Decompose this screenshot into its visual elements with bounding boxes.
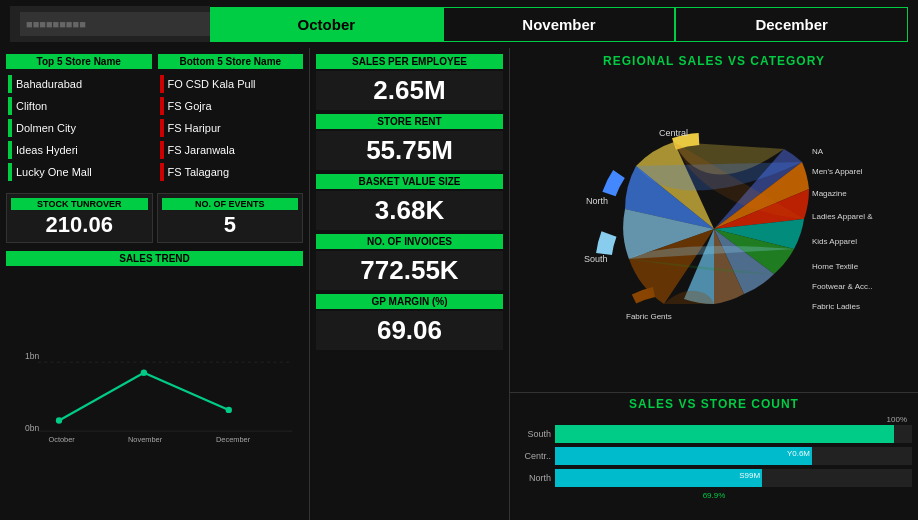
- dot-icon: [8, 75, 12, 93]
- bar-fill: S99M: [555, 469, 762, 487]
- list-item: FO CSD Kala Pull: [158, 73, 304, 95]
- store-name: FS Gojra: [168, 100, 212, 112]
- bar-chart: 100% South Centr.. Y0.6M Nor: [516, 415, 912, 500]
- bar-track: S99M: [555, 469, 912, 487]
- metric-label: SALES PER EMPLOYEE: [316, 54, 503, 69]
- stock-turnover-label: STOCK TUNROVER: [11, 198, 148, 210]
- svg-point-5: [141, 370, 147, 376]
- list-item: FS Jaranwala: [158, 139, 304, 161]
- metric-value: 55.75M: [316, 131, 503, 170]
- header: ■■■■■■■■■ October November December: [0, 0, 918, 48]
- right-panel: REGIONAL SALES VS CATEGORY: [510, 48, 918, 520]
- metric-label: GP MARGIN (%): [316, 294, 503, 309]
- store-name: Dolmen City: [16, 122, 76, 134]
- store-name: FS Talagang: [168, 166, 230, 178]
- chord-chart: Central North South Fabric Gents NA Men'…: [516, 72, 912, 386]
- dot-icon: [160, 141, 164, 159]
- metric-label: BASKET VALUE SIZE: [316, 174, 503, 189]
- svg-text:1bn: 1bn: [25, 351, 39, 361]
- svg-text:0bn: 0bn: [25, 423, 39, 433]
- logo-text: ■■■■■■■■■: [20, 12, 210, 36]
- dot-icon: [8, 97, 12, 115]
- svg-text:South: South: [584, 254, 608, 264]
- metric-gp-margin: GP MARGIN (%) 69.06: [316, 294, 503, 350]
- svg-text:Home Textile: Home Textile: [812, 262, 859, 271]
- no-events-label: NO. OF EVENTS: [162, 198, 299, 210]
- bar-row-south: South: [516, 425, 912, 443]
- sales-trend-section: SALES TREND 1bn 0bn October: [0, 247, 309, 520]
- list-item: FS Haripur: [158, 117, 304, 139]
- bar-label: South: [516, 429, 551, 439]
- left-panel: Top 5 Store Name Bahadurabad Clifton Dol…: [0, 48, 310, 520]
- list-item: Bahadurabad: [6, 73, 152, 95]
- stock-turnover-box: STOCK TUNROVER 210.06: [6, 193, 153, 243]
- dot-icon: [8, 163, 12, 181]
- store-name: Bahadurabad: [16, 78, 82, 90]
- store-name: Clifton: [16, 100, 47, 112]
- metric-value: 2.65M: [316, 71, 503, 110]
- sales-count-title: SALES VS STORE COUNT: [516, 397, 912, 411]
- tab-november[interactable]: November: [443, 7, 676, 42]
- top5-column: Top 5 Store Name Bahadurabad Clifton Dol…: [6, 54, 152, 183]
- dot-icon: [160, 163, 164, 181]
- metric-value: 69.06: [316, 311, 503, 350]
- store-name: FO CSD Kala Pull: [168, 78, 256, 90]
- list-item: FS Talagang: [158, 161, 304, 183]
- metric-store-rent: STORE RENT 55.75M: [316, 114, 503, 170]
- regional-title: REGIONAL SALES VS CATEGORY: [516, 54, 912, 68]
- bar-fill: [555, 425, 894, 443]
- bar-fill: Y0.6M: [555, 447, 812, 465]
- mid-panel: SALES PER EMPLOYEE 2.65M STORE RENT 55.7…: [310, 48, 510, 520]
- main-content: Top 5 Store Name Bahadurabad Clifton Dol…: [0, 48, 918, 520]
- dot-icon: [8, 119, 12, 137]
- 100-label: 100%: [516, 415, 907, 424]
- metric-value: 772.55K: [316, 251, 503, 290]
- logo: ■■■■■■■■■: [10, 6, 210, 42]
- store-names-section: Top 5 Store Name Bahadurabad Clifton Dol…: [0, 48, 309, 189]
- store-name: Lucky One Mall: [16, 166, 92, 178]
- list-item: Ideas Hyderi: [6, 139, 152, 161]
- metric-label: NO. OF INVOICES: [316, 234, 503, 249]
- percent-label: 69.9%: [516, 491, 912, 500]
- dot-icon: [160, 75, 164, 93]
- no-events-box: NO. OF EVENTS 5: [157, 193, 304, 243]
- metric-sales-per-employee: SALES PER EMPLOYEE 2.65M: [316, 54, 503, 110]
- trend-title: SALES TREND: [6, 251, 303, 266]
- bar-track: [555, 425, 912, 443]
- svg-text:November: November: [128, 435, 163, 444]
- kpi-row: STOCK TUNROVER 210.06 NO. OF EVENTS 5: [0, 189, 309, 247]
- header-tabs: October November December: [210, 7, 908, 42]
- svg-text:Footwear & Acc..: Footwear & Acc..: [812, 282, 872, 291]
- metric-label: STORE RENT: [316, 114, 503, 129]
- svg-point-6: [226, 407, 232, 413]
- list-item: Dolmen City: [6, 117, 152, 139]
- bottom5-title: Bottom 5 Store Name: [158, 54, 304, 69]
- tab-october[interactable]: October: [210, 7, 443, 42]
- list-item: FS Gojra: [158, 95, 304, 117]
- svg-text:Men's Apparel: Men's Apparel: [812, 167, 863, 176]
- dot-icon: [8, 141, 12, 159]
- list-item: Clifton: [6, 95, 152, 117]
- svg-text:Central: Central: [659, 128, 688, 138]
- tab-december[interactable]: December: [675, 7, 908, 42]
- bar-value: S99M: [739, 471, 760, 480]
- bar-track: Y0.6M: [555, 447, 912, 465]
- svg-text:NA: NA: [812, 147, 824, 156]
- stock-turnover-value: 210.06: [11, 212, 148, 238]
- metric-value: 3.68K: [316, 191, 503, 230]
- bar-label: Centr..: [516, 451, 551, 461]
- bar-label: North: [516, 473, 551, 483]
- svg-text:Fabric Gents: Fabric Gents: [626, 312, 672, 321]
- svg-text:Magazine: Magazine: [812, 189, 847, 198]
- svg-text:Kids Apparel: Kids Apparel: [812, 237, 857, 246]
- store-name: FS Haripur: [168, 122, 221, 134]
- bar-value: Y0.6M: [787, 449, 810, 458]
- no-events-value: 5: [162, 212, 299, 238]
- bar-row-north: North S99M: [516, 469, 912, 487]
- store-name: FS Jaranwala: [168, 144, 235, 156]
- svg-text:December: December: [216, 435, 251, 444]
- sales-count-section: SALES VS STORE COUNT 100% South Centr.. …: [510, 392, 918, 520]
- svg-text:Fabric Ladies: Fabric Ladies: [812, 302, 860, 311]
- dot-icon: [160, 97, 164, 115]
- svg-text:Ladies Apparel & ...: Ladies Apparel & ...: [812, 212, 874, 221]
